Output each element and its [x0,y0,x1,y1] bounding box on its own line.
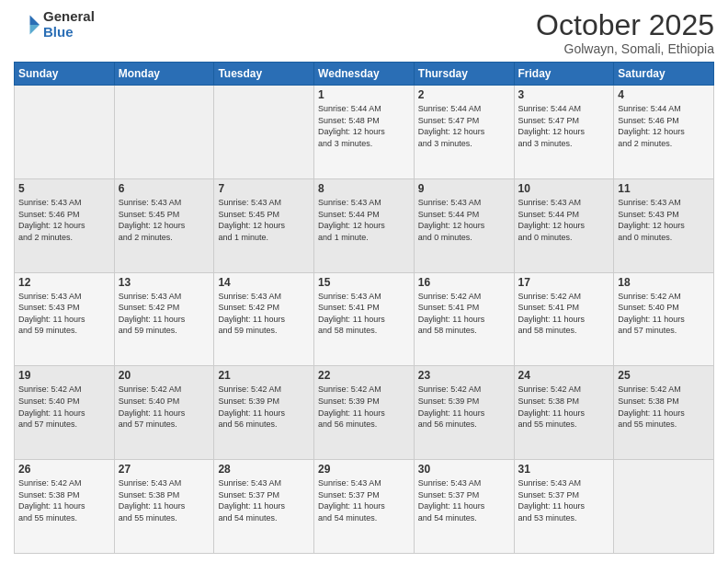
calendar-cell: 12Sunrise: 5:43 AM Sunset: 5:43 PM Dayli… [15,272,115,366]
calendar-cell: 16Sunrise: 5:42 AM Sunset: 5:41 PM Dayli… [414,272,514,366]
day-number: 11 [618,182,710,195]
day-number: 30 [418,463,510,476]
day-number: 8 [318,182,410,195]
day-info: Sunrise: 5:43 AM Sunset: 5:44 PM Dayligh… [418,197,510,243]
day-info: Sunrise: 5:44 AM Sunset: 5:47 PM Dayligh… [418,103,510,149]
day-info: Sunrise: 5:43 AM Sunset: 5:46 PM Dayligh… [18,197,110,243]
calendar-cell: 20Sunrise: 5:42 AM Sunset: 5:40 PM Dayli… [114,366,214,460]
day-number: 13 [119,276,210,289]
calendar-cell: 27Sunrise: 5:43 AM Sunset: 5:38 PM Dayli… [114,460,214,554]
day-info: Sunrise: 5:44 AM Sunset: 5:46 PM Dayligh… [618,103,710,149]
day-number: 2 [418,88,510,101]
title-block: October 2025 Golwayn, Somali, Ethiopia [536,9,714,56]
day-info: Sunrise: 5:43 AM Sunset: 5:42 PM Dayligh… [218,291,310,337]
calendar-cell: 5Sunrise: 5:43 AM Sunset: 5:46 PM Daylig… [15,178,115,272]
calendar-cell: 22Sunrise: 5:42 AM Sunset: 5:39 PM Dayli… [314,366,415,460]
calendar-cell: 4Sunrise: 5:44 AM Sunset: 5:46 PM Daylig… [614,86,714,179]
calendar-cell: 14Sunrise: 5:43 AM Sunset: 5:42 PM Dayli… [214,272,314,366]
svg-marker-1 [30,25,40,35]
day-number: 12 [18,276,110,289]
calendar-cell: 1Sunrise: 5:44 AM Sunset: 5:48 PM Daylig… [314,86,415,179]
day-number: 9 [418,182,510,195]
day-number: 18 [618,276,710,289]
day-number: 3 [518,88,610,101]
day-header-monday: Monday [114,63,214,86]
day-header-tuesday: Tuesday [214,63,314,86]
day-info: Sunrise: 5:43 AM Sunset: 5:37 PM Dayligh… [518,477,610,523]
calendar-cell: 21Sunrise: 5:42 AM Sunset: 5:39 PM Dayli… [214,366,314,460]
location-subtitle: Golwayn, Somali, Ethiopia [536,41,714,56]
day-number: 19 [18,369,110,382]
day-info: Sunrise: 5:42 AM Sunset: 5:38 PM Dayligh… [618,384,710,430]
day-number: 25 [618,369,710,382]
day-header-sunday: Sunday [15,63,115,86]
day-number: 20 [119,369,210,382]
day-number: 1 [318,88,410,101]
day-info: Sunrise: 5:43 AM Sunset: 5:45 PM Dayligh… [119,197,210,243]
day-number: 29 [318,463,410,476]
calendar-cell: 31Sunrise: 5:43 AM Sunset: 5:37 PM Dayli… [514,460,614,554]
day-number: 14 [218,276,310,289]
day-header-wednesday: Wednesday [314,63,415,86]
day-info: Sunrise: 5:43 AM Sunset: 5:37 PM Dayligh… [318,477,410,523]
day-number: 31 [518,463,610,476]
day-number: 15 [318,276,410,289]
logo-icon [14,12,40,38]
day-info: Sunrise: 5:43 AM Sunset: 5:43 PM Dayligh… [618,197,710,243]
day-info: Sunrise: 5:42 AM Sunset: 5:39 PM Dayligh… [318,384,410,430]
day-number: 23 [418,369,510,382]
logo-blue-text: Blue [43,24,74,40]
day-info: Sunrise: 5:42 AM Sunset: 5:38 PM Dayligh… [18,477,110,523]
day-info: Sunrise: 5:42 AM Sunset: 5:40 PM Dayligh… [18,384,110,430]
day-info: Sunrise: 5:42 AM Sunset: 5:41 PM Dayligh… [418,291,510,337]
calendar-cell: 2Sunrise: 5:44 AM Sunset: 5:47 PM Daylig… [414,86,514,179]
day-info: Sunrise: 5:42 AM Sunset: 5:40 PM Dayligh… [618,291,710,337]
week-row-3: 12Sunrise: 5:43 AM Sunset: 5:43 PM Dayli… [15,272,714,366]
day-info: Sunrise: 5:44 AM Sunset: 5:47 PM Dayligh… [518,103,610,149]
page: General Blue October 2025 Golwayn, Somal… [0,0,728,563]
day-info: Sunrise: 5:43 AM Sunset: 5:41 PM Dayligh… [318,291,410,337]
calendar-cell: 30Sunrise: 5:43 AM Sunset: 5:37 PM Dayli… [414,460,514,554]
calendar-cell: 11Sunrise: 5:43 AM Sunset: 5:43 PM Dayli… [614,178,714,272]
week-row-5: 26Sunrise: 5:42 AM Sunset: 5:38 PM Dayli… [15,460,714,554]
header: General Blue October 2025 Golwayn, Somal… [14,9,714,56]
day-number: 26 [18,463,110,476]
day-header-thursday: Thursday [414,63,514,86]
day-info: Sunrise: 5:42 AM Sunset: 5:40 PM Dayligh… [119,384,210,430]
calendar-cell: 17Sunrise: 5:42 AM Sunset: 5:41 PM Dayli… [514,272,614,366]
day-header-saturday: Saturday [614,63,714,86]
calendar: SundayMondayTuesdayWednesdayThursdayFrid… [14,62,714,554]
day-info: Sunrise: 5:42 AM Sunset: 5:41 PM Dayligh… [518,291,610,337]
day-info: Sunrise: 5:44 AM Sunset: 5:48 PM Dayligh… [318,103,410,149]
calendar-cell [214,86,314,179]
calendar-cell: 9Sunrise: 5:43 AM Sunset: 5:44 PM Daylig… [414,178,514,272]
calendar-cell: 19Sunrise: 5:42 AM Sunset: 5:40 PM Dayli… [15,366,115,460]
day-number: 4 [618,88,710,101]
calendar-cell: 3Sunrise: 5:44 AM Sunset: 5:47 PM Daylig… [514,86,614,179]
week-row-1: 1Sunrise: 5:44 AM Sunset: 5:48 PM Daylig… [15,86,714,179]
day-number: 16 [418,276,510,289]
month-title: October 2025 [536,9,714,41]
calendar-header-row: SundayMondayTuesdayWednesdayThursdayFrid… [15,63,714,86]
week-row-4: 19Sunrise: 5:42 AM Sunset: 5:40 PM Dayli… [15,366,714,460]
calendar-cell: 15Sunrise: 5:43 AM Sunset: 5:41 PM Dayli… [314,272,415,366]
day-info: Sunrise: 5:43 AM Sunset: 5:44 PM Dayligh… [318,197,410,243]
day-info: Sunrise: 5:42 AM Sunset: 5:39 PM Dayligh… [418,384,510,430]
calendar-cell [614,460,714,554]
day-number: 27 [119,463,210,476]
day-number: 22 [318,369,410,382]
day-info: Sunrise: 5:42 AM Sunset: 5:39 PM Dayligh… [218,384,310,430]
calendar-cell: 23Sunrise: 5:42 AM Sunset: 5:39 PM Dayli… [414,366,514,460]
day-number: 24 [518,369,610,382]
day-number: 28 [218,463,310,476]
calendar-cell: 29Sunrise: 5:43 AM Sunset: 5:37 PM Dayli… [314,460,415,554]
day-info: Sunrise: 5:42 AM Sunset: 5:38 PM Dayligh… [518,384,610,430]
svg-marker-0 [30,15,40,25]
calendar-cell [15,86,115,179]
week-row-2: 5Sunrise: 5:43 AM Sunset: 5:46 PM Daylig… [15,178,714,272]
day-info: Sunrise: 5:43 AM Sunset: 5:43 PM Dayligh… [18,291,110,337]
day-info: Sunrise: 5:43 AM Sunset: 5:37 PM Dayligh… [218,477,310,523]
calendar-cell [114,86,214,179]
day-number: 10 [518,182,610,195]
calendar-cell: 10Sunrise: 5:43 AM Sunset: 5:44 PM Dayli… [514,178,614,272]
